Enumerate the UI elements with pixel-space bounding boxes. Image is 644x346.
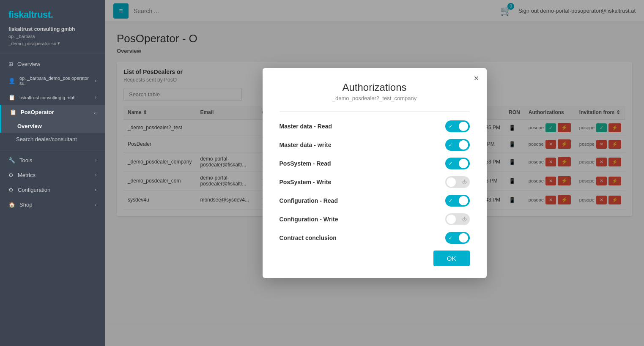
sidebar-item-label: PosOperator — [21, 109, 54, 115]
sidebar-company: fiskaltrust consulting gmbh — [0, 25, 105, 33]
sidebar-subitem-search-dealer[interactable]: Search dealer/consultant — [0, 133, 105, 146]
sidebar-item-label: Overview — [17, 61, 40, 67]
permission-label: Configuration - Write — [280, 216, 338, 223]
sidebar-item-fiskaltrust[interactable]: 📋 fiskaltrust consulting g mbh › — [0, 90, 105, 105]
permission-row: Configuration - Read ✓ — [280, 195, 470, 207]
power-icon: ⏻ — [462, 217, 467, 222]
permission-toggle[interactable]: ⏻ — [445, 176, 470, 188]
toggle-knob — [459, 159, 468, 168]
check-icon: ✓ — [449, 161, 452, 166]
permission-toggle[interactable]: ✓ — [445, 232, 470, 244]
permission-toggle[interactable]: ✓ — [445, 195, 470, 207]
permission-toggle-wrap[interactable]: ✓ — [445, 158, 470, 169]
sidebar-item-user[interactable]: 👤 op. _barbara_demo_pos operator su. › — [0, 71, 105, 90]
permission-row: Configuration - Write ⏻ — [280, 213, 470, 225]
permission-row: Master data - Read ✓ — [280, 120, 470, 132]
chevron-down-icon: ⌄ — [93, 110, 96, 114]
sidebar-item-label: Tools — [19, 157, 32, 163]
sidebar-item-configuration[interactable]: ⚙ Configuration › — [0, 183, 105, 197]
permission-toggle-wrap[interactable]: ✓ — [445, 232, 470, 244]
permission-toggle-wrap[interactable]: ✓ — [445, 139, 470, 151]
sidebar-user-suffix: _demo_posoperator su. — [8, 41, 58, 46]
permission-toggle[interactable]: ⏻ — [445, 213, 470, 225]
modal-title: Authorizations — [280, 82, 470, 93]
modal-footer: OK — [280, 251, 470, 266]
metrics-icon: ⚙ — [8, 172, 14, 178]
sidebar-subitem-label: Overview — [17, 123, 42, 129]
permission-toggle-wrap[interactable]: ⏻ — [445, 176, 470, 188]
permission-toggle-wrap[interactable]: ✓ — [445, 120, 470, 132]
check-icon: ✓ — [449, 142, 452, 148]
permission-toggle[interactable]: ✓ — [445, 139, 470, 151]
grid-icon: ⊞ — [8, 61, 13, 67]
power-icon: ⏻ — [462, 180, 467, 185]
permission-toggle-wrap[interactable]: ⏻ — [445, 213, 470, 225]
chevron-right-icon: › — [95, 158, 96, 163]
doc-icon: 📋 — [10, 109, 16, 115]
check-icon: ✓ — [449, 124, 452, 129]
permission-row: PosSystem - Write ⏻ — [280, 176, 470, 188]
main-content: ≡ 🛒 0 Sign out demo-portal-posoperator@f… — [105, 0, 644, 346]
check-icon: ✓ — [449, 235, 452, 241]
modal-subtitle: _demo_posdealer2_test_company — [280, 95, 470, 101]
permission-toggle[interactable]: ✓ — [445, 120, 470, 132]
shop-icon: 🏠 — [8, 202, 15, 208]
permission-row: Contract conclusion ✓ — [280, 232, 470, 244]
chevron-right-icon: › — [95, 202, 96, 207]
sidebar-subitem-overview[interactable]: Overview — [0, 120, 105, 133]
toggle-knob — [459, 122, 468, 131]
logo-text: fiskaltrust. — [8, 9, 53, 20]
chevron-right-icon: › — [95, 79, 96, 83]
ok-button[interactable]: OK — [433, 251, 470, 266]
sidebar-item-tools[interactable]: 🔧 Tools › — [0, 153, 105, 168]
permission-label: PosSystem - Write — [280, 179, 332, 185]
sidebar: fiskaltrust. fiskaltrust consulting gmbh… — [0, 0, 105, 346]
toggle-knob — [447, 215, 456, 224]
config-icon: ⚙ — [8, 187, 14, 193]
sidebar-item-label: Metrics — [18, 172, 36, 178]
permission-toggle[interactable]: ✓ — [445, 158, 470, 169]
doc-icon: 📋 — [8, 94, 15, 101]
sidebar-user-prefix: op. _barbara — [0, 33, 105, 41]
modal-overlay[interactable]: × Authorizations _demo_posdealer2_test_c… — [105, 0, 644, 346]
sidebar-item-shop[interactable]: 🏠 Shop › — [0, 197, 105, 212]
check-icon: ✓ — [449, 198, 452, 204]
chevron-down-icon: ▾ — [58, 41, 60, 46]
sidebar-item-metrics[interactable]: ⚙ Metrics › — [0, 168, 105, 183]
permission-toggle-wrap[interactable]: ✓ — [445, 195, 470, 207]
permission-row: PosSystem - Read ✓ — [280, 158, 470, 169]
sidebar-item-label: Configuration — [18, 187, 50, 193]
toggle-knob — [447, 177, 456, 187]
sidebar-item-label: fiskaltrust consulting g mbh — [19, 95, 76, 100]
permissions-list: Master data - Read ✓ Master data - write… — [280, 120, 470, 244]
tools-icon: 🔧 — [8, 157, 15, 163]
user-icon: 👤 — [8, 78, 15, 84]
sidebar-item-posoperator[interactable]: 📋 PosOperator ⌄ — [0, 105, 105, 120]
permission-label: PosSystem - Read — [280, 160, 331, 167]
authorizations-modal: × Authorizations _demo_posdealer2_test_c… — [263, 68, 487, 278]
modal-close-button[interactable]: × — [474, 74, 479, 82]
chevron-right-icon: › — [95, 173, 96, 177]
chevron-right-icon: › — [95, 95, 96, 100]
sidebar-user-dropdown[interactable]: _demo_posoperator su. ▾ — [0, 41, 105, 51]
permission-label: Contract conclusion — [280, 234, 337, 241]
chevron-right-icon: › — [95, 188, 96, 192]
toggle-knob — [459, 140, 468, 150]
permission-row: Master data - write ✓ — [280, 139, 470, 151]
sidebar-subitem-label: Search dealer/consultant — [16, 136, 77, 142]
permission-label: Configuration - Read — [280, 197, 338, 204]
logo: fiskaltrust. — [0, 0, 105, 25]
sidebar-item-label: op. _barbara_demo_pos operator su. — [19, 76, 91, 86]
sidebar-item-overview[interactable]: ⊞ Overview — [0, 57, 105, 71]
toggle-knob — [459, 233, 468, 242]
sidebar-item-label: Shop — [19, 202, 32, 208]
permission-label: Master data - Read — [280, 123, 332, 130]
permission-label: Master data - write — [280, 142, 332, 148]
toggle-knob — [459, 196, 468, 205]
